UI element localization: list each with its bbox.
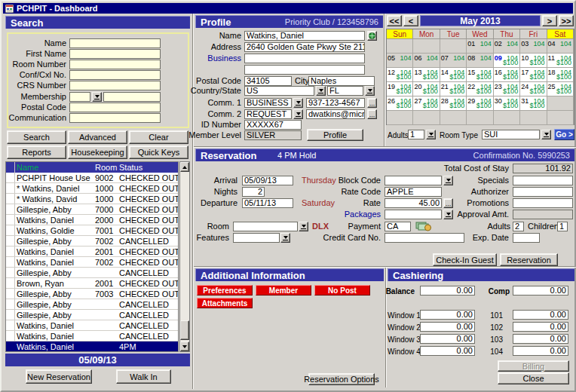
- calendar-day-cell[interactable]: 24 104 $100: [520, 82, 547, 96]
- profile-state-field[interactable]: FL: [327, 86, 363, 96]
- row-selector[interactable]: [6, 194, 15, 204]
- features-field[interactable]: [233, 233, 280, 243]
- room-field[interactable]: [233, 222, 298, 231]
- calendar-day-cell[interactable]: [440, 111, 467, 125]
- calendar-day-cell[interactable]: 09 104 $100: [494, 54, 520, 68]
- payment-field[interactable]: CA: [385, 222, 411, 231]
- calendar-day-cell[interactable]: 30 104 $100: [494, 96, 520, 111]
- calendar-day-cell[interactable]: [387, 39, 413, 54]
- row-selector[interactable]: [6, 173, 15, 182]
- calendar-day-cell[interactable]: 03 104: [520, 39, 547, 54]
- packages-label[interactable]: Packages: [305, 210, 381, 219]
- reservation-row[interactable]: * Watkins, David 1000 CHECKED OUT: [6, 194, 178, 204]
- search-membership-type-input[interactable]: [69, 92, 90, 102]
- search-crs-number-input[interactable]: [69, 81, 161, 90]
- row-selector[interactable]: [6, 215, 15, 225]
- calendar-day-cell[interactable]: 31 104 $100: [520, 96, 547, 111]
- calendar-day-cell[interactable]: 13 104 $100: [413, 68, 440, 82]
- reservation-row[interactable]: Watkins, Daniel CANCELLED: [6, 331, 178, 341]
- search-communication-input[interactable]: [69, 113, 161, 123]
- calendar-day-cell[interactable]: 06 104: [413, 54, 440, 68]
- lamp-indicator[interactable]: Preferences: [197, 285, 253, 296]
- calendar-day-cell[interactable]: [547, 111, 574, 125]
- row-selector[interactable]: [6, 278, 15, 288]
- calendar-first-button[interactable]: <<: [387, 15, 402, 26]
- row-selector[interactable]: [6, 299, 15, 309]
- room-column-header[interactable]: Room: [93, 162, 118, 173]
- row-selector[interactable]: [6, 331, 15, 341]
- features-dropdown-button[interactable]: [280, 233, 290, 243]
- calendar-day-cell[interactable]: 21 104 $100: [440, 82, 467, 96]
- departure-field[interactable]: 05/11/13: [242, 198, 293, 208]
- lamp-indicator[interactable]: Member: [256, 285, 311, 296]
- search-conf-cxl-input[interactable]: [69, 70, 161, 80]
- calendar-day-cell[interactable]: [413, 111, 440, 125]
- calendar-day-cell[interactable]: 12 104 $100: [387, 68, 413, 82]
- reservation-row[interactable]: Watkins, Daniel CANCELLED: [6, 320, 178, 331]
- calendar-day-cell[interactable]: 02 104: [494, 39, 520, 54]
- profile-postal-field[interactable]: 34105: [244, 76, 292, 86]
- row-selector[interactable]: [6, 341, 15, 351]
- profile-button[interactable]: Profile: [307, 129, 363, 141]
- profile-name-field[interactable]: Watkins, Daniel: [244, 31, 365, 41]
- reservation-row[interactable]: Brown, Ryan 2001 CHECKED OUT: [6, 278, 178, 289]
- reservation-row[interactable]: * Watkins, Daniel 1000 CHECKED OUT: [6, 183, 178, 194]
- search-name-input[interactable]: [69, 38, 161, 48]
- row-selector[interactable]: [6, 247, 15, 256]
- profile-business-field-2[interactable]: [244, 65, 365, 75]
- calendar-adults-field[interactable]: 1: [408, 130, 424, 139]
- lamp-indicator[interactable]: Attachments: [197, 298, 253, 308]
- calendar-day-cell[interactable]: 11 104 $100: [547, 54, 574, 68]
- calendar-day-cell[interactable]: 26 104 $100: [387, 96, 413, 111]
- row-selector[interactable]: [6, 268, 15, 277]
- profile-address-field[interactable]: 2640 Golden Gate Pkwy Ste 211: [244, 42, 365, 52]
- search-first-name-input[interactable]: [69, 49, 161, 59]
- calendar-day-cell[interactable]: 20 104 $100: [413, 82, 440, 96]
- profile-id-field[interactable]: XXXXX67: [244, 120, 302, 130]
- calendar-day-cell[interactable]: 17 104 $100: [520, 68, 547, 82]
- row-selector[interactable]: [6, 257, 15, 267]
- comm1-dropdown-button[interactable]: [293, 98, 303, 108]
- calendar-day-cell[interactable]: 18 104 $100: [547, 68, 574, 82]
- specials-field[interactable]: [513, 176, 573, 185]
- reservation-row[interactable]: Watkins, Daniel 4PM: [6, 341, 178, 352]
- calendar-day-cell[interactable]: [494, 111, 520, 125]
- reservation-row[interactable]: Gillespie, Abby 7002 CANCELLED: [6, 236, 178, 247]
- search-action-button[interactable]: Reports: [7, 145, 66, 159]
- reservation-row[interactable]: Watkins, Daniel 7002 CHECKED OUT: [6, 257, 178, 268]
- promotions-field[interactable]: [513, 198, 573, 208]
- scroll-up-button[interactable]: [180, 162, 189, 172]
- calendar-day-cell[interactable]: 23 104 $100: [494, 82, 520, 96]
- search-action-button[interactable]: Search: [7, 130, 66, 144]
- authorizer-field[interactable]: [513, 187, 573, 197]
- calendar-day-cell[interactable]: [440, 39, 467, 54]
- calendar-day-cell[interactable]: 01 104: [467, 39, 493, 54]
- row-selector[interactable]: [6, 289, 15, 299]
- reservation-row[interactable]: Gillespie, Abby CANCELLED: [6, 268, 178, 278]
- arrival-field[interactable]: 05/09/13: [242, 176, 293, 185]
- calendar-next-button[interactable]: >: [542, 15, 557, 26]
- calendar-day-cell[interactable]: 29 104 $100: [467, 96, 493, 111]
- reservation-row[interactable]: Gillespie, Abby CANCELLED: [6, 299, 178, 310]
- children-count-field[interactable]: 1: [557, 222, 568, 231]
- search-action-button[interactable]: Advanced: [68, 130, 127, 144]
- calendar-day-cell[interactable]: 15 104 $100: [467, 68, 493, 82]
- nights-field[interactable]: 2: [242, 187, 265, 197]
- profile-city-field[interactable]: Naples: [308, 76, 375, 86]
- membership-dropdown-button[interactable]: [92, 92, 102, 102]
- state-dropdown-button[interactable]: [365, 86, 375, 96]
- reservation-row[interactable]: Gillespie, Abby 7003 CHECKED OUT: [6, 289, 178, 299]
- row-selector[interactable]: [6, 225, 15, 235]
- comm2-value-field[interactable]: dwatkins@micros: [306, 109, 365, 119]
- exp-date-field[interactable]: [513, 233, 540, 243]
- calendar-day-cell[interactable]: 27 104 $100: [413, 96, 440, 111]
- status-column-header[interactable]: Status: [118, 162, 178, 173]
- calendar-day-cell[interactable]: 08 104: [467, 54, 493, 68]
- calendar-day-cell[interactable]: 19 104 $100: [387, 82, 413, 96]
- profile-search-button[interactable]: [367, 31, 377, 41]
- search-room-number-input[interactable]: [69, 60, 161, 69]
- row-selector[interactable]: [6, 183, 15, 193]
- walk-in-button[interactable]: Walk In: [116, 369, 171, 384]
- calendar-last-button[interactable]: >>: [559, 15, 574, 26]
- search-postal-code-input[interactable]: [69, 103, 161, 112]
